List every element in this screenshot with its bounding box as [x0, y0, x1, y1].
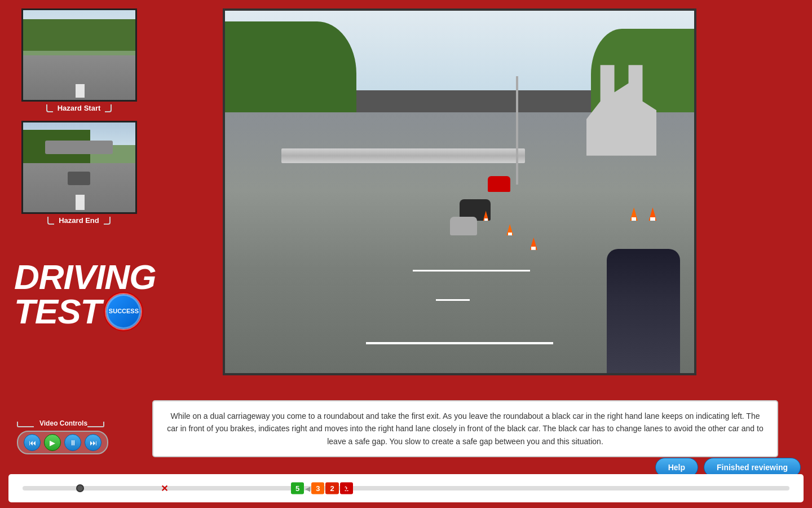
timeline-marker-x2: ✕ — [345, 483, 352, 494]
hazard-start-container: Hazard Start — [21, 8, 137, 112]
video-scene — [225, 11, 694, 373]
main-container: Hazard Start Hazard End DRIVI — [0, 0, 812, 508]
controls-bar: ⏮ ▶ ⏸ ⏭ — [17, 431, 108, 454]
score-2-badge: 2 — [325, 483, 338, 494]
thumb-end-bridge — [45, 141, 112, 154]
video-controls-container: Video Controls ⏮ ▶ ⏸ ⏭ — [17, 419, 108, 454]
score-separator1: ◀ — [305, 484, 310, 492]
thumb-end-road-mark — [76, 195, 85, 209]
thumb-road-mark — [76, 84, 85, 98]
bracket-left-icon — [46, 104, 53, 112]
vs-car-red — [488, 176, 510, 192]
description-text: While on a dual carriageway you come to … — [165, 410, 766, 448]
controls-bracket-right-icon — [87, 422, 104, 427]
vs-dash-line — [436, 299, 470, 301]
thumb-trees — [23, 19, 135, 51]
bracket-right-icon — [105, 104, 112, 112]
video-controls-label: Video Controls — [39, 419, 87, 427]
hazard-end-container: Hazard End — [21, 121, 137, 225]
vs-white-line — [413, 270, 530, 271]
logo-test-text: TEST — [14, 294, 101, 329]
timeline-thumb[interactable] — [76, 484, 84, 492]
hazard-end-thumbnail — [21, 121, 137, 214]
bracket-left2-icon — [47, 217, 54, 225]
rewind-button[interactable]: ⏮ — [24, 434, 41, 451]
left-panel: Hazard Start Hazard End — [8, 8, 149, 227]
pause-button[interactable]: ⏸ — [64, 434, 81, 451]
timeline-marker-x1: ✕ — [161, 483, 168, 494]
play-button[interactable]: ▶ — [44, 434, 61, 451]
controls-bracket-left-icon — [17, 422, 34, 427]
fast-forward-button[interactable]: ⏭ — [85, 434, 102, 451]
score-3-badge: 3 — [311, 483, 324, 494]
success-text: SUCCESS — [109, 308, 139, 315]
logo-test-row: TEST SUCCESS — [14, 292, 156, 331]
logo-driving-text: DRIVING — [14, 260, 156, 295]
hazard-start-label: Hazard Start — [58, 104, 101, 112]
bottom-bar: ✕ 5 ◀ 3 2 1 ✕ — [8, 474, 804, 502]
vs-guardrail — [281, 148, 526, 163]
vs-car-black — [607, 249, 680, 373]
hazard-start-label-row: Hazard Start — [46, 104, 112, 112]
vs-car-silver — [450, 217, 477, 235]
vs-white-line2 — [366, 342, 554, 344]
timeline-track[interactable]: ✕ 5 ◀ 3 2 1 ✕ — [23, 486, 789, 491]
hazard-start-thumbnail — [21, 8, 137, 102]
controls-label-row: Video Controls — [17, 419, 108, 430]
logo-container: DRIVING TEST SUCCESS — [14, 260, 156, 331]
success-badge: SUCCESS — [104, 292, 143, 331]
thumb-end-car — [68, 172, 90, 185]
thumb-road — [23, 55, 135, 100]
video-area — [223, 8, 696, 375]
hazard-end-label: Hazard End — [59, 216, 99, 225]
description-panel: While on a dual carriageway you come to … — [152, 400, 778, 457]
vs-lamp-post — [516, 76, 518, 185]
hazard-end-label-row: Hazard End — [47, 216, 111, 225]
bracket-right2-icon — [104, 217, 111, 225]
thumb-end-road — [23, 163, 135, 212]
score-5-badge: 5 — [291, 483, 304, 494]
